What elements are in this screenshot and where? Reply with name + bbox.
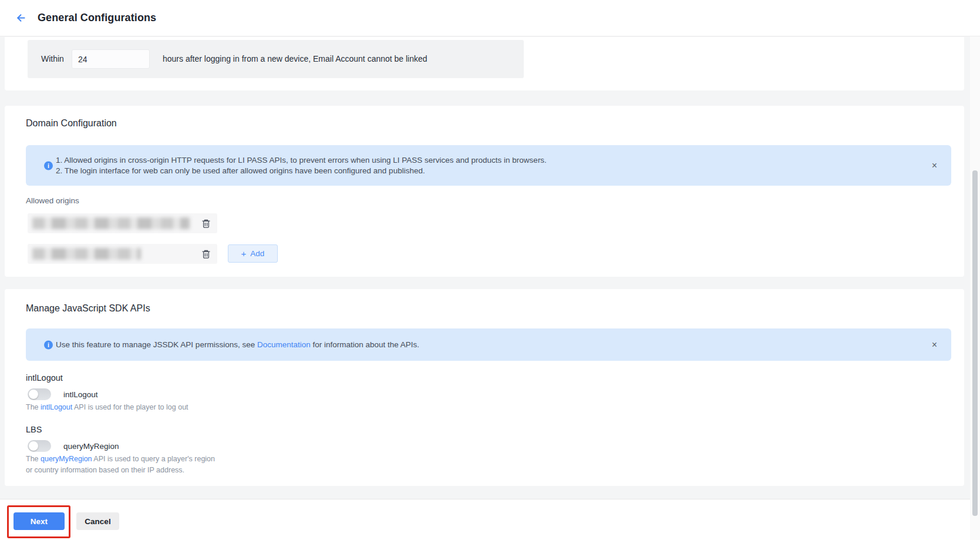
desc-text: The [26, 403, 41, 411]
close-icon[interactable]: × [932, 161, 937, 170]
intllogout-toggle[interactable] [28, 388, 51, 400]
plus-icon: + [241, 249, 247, 258]
origin-input-2[interactable] [28, 244, 217, 264]
desc-text: API is used for the player to log out [72, 403, 188, 411]
desc-text: The [26, 455, 41, 463]
redacted-text [32, 248, 141, 260]
querymyregion-api-link[interactable]: queryMyRegion [41, 455, 92, 463]
jssdk-info-after: for information about the APIs. [311, 340, 419, 349]
intllogout-toggle-label: intlLogout [63, 390, 98, 399]
domain-info-banner: i 1. Allowed origins in cross-origin HTT… [26, 145, 951, 186]
vertical-scrollbar[interactable] [970, 36, 980, 540]
jssdk-info-text: Use this feature to manage JSSDK API per… [56, 340, 419, 350]
group-heading-lbs: LBS [26, 425, 42, 434]
intllogout-api-link[interactable]: intlLogout [41, 403, 72, 411]
device-rule-row: Within hours after logging in from a new… [28, 40, 524, 78]
jssdk-info-before: Use this feature to manage JSSDK API per… [56, 340, 257, 349]
trash-icon [201, 249, 211, 259]
domain-info-line1: 1. Allowed origins in cross-origin HTTP … [56, 155, 547, 166]
jssdk-title: Manage JavaScript SDK APIs [26, 303, 150, 314]
intllogout-toggle-row: intlLogout [28, 388, 98, 400]
page-header: General Configurations [0, 0, 980, 36]
documentation-link[interactable]: Documentation [257, 340, 311, 349]
page-title: General Configurations [38, 12, 156, 24]
domain-info-text: 1. Allowed origins in cross-origin HTTP … [56, 155, 547, 176]
redacted-text [32, 217, 190, 229]
allowed-origins-label: Allowed origins [26, 196, 79, 205]
add-origin-button[interactable]: + Add [228, 244, 278, 263]
add-button-label: Add [250, 249, 264, 258]
hours-input[interactable] [72, 49, 150, 69]
delete-origin-button[interactable] [201, 249, 211, 259]
domain-configuration-title: Domain Configuration [26, 118, 117, 129]
info-icon: i [44, 340, 53, 349]
card-domain-configuration: Domain Configuration i 1. Allowed origin… [5, 106, 964, 277]
info-icon: i [44, 161, 53, 170]
card-device-rule: Within hours after logging in from a new… [5, 37, 964, 90]
querymyregion-toggle-label: queryMyRegion [63, 442, 119, 451]
footer-action-bar: Next Cancel [0, 499, 970, 540]
group-heading-intllogout: intlLogout [26, 373, 63, 383]
domain-info-line2: 2. The login interface for web can only … [56, 166, 547, 176]
origin-input-1[interactable] [28, 213, 217, 233]
back-button[interactable] [11, 8, 31, 28]
next-button[interactable]: Next [14, 512, 65, 530]
trash-icon [201, 219, 211, 229]
delete-origin-button[interactable] [201, 218, 211, 229]
toggle-knob [29, 441, 38, 451]
jssdk-info-banner: i Use this feature to manage JSSDK API p… [26, 328, 951, 361]
intllogout-description: The intlLogout API is used for the playe… [26, 402, 188, 413]
within-label: Within [41, 40, 64, 78]
scrollbar-thumb[interactable] [972, 170, 978, 516]
close-icon[interactable]: × [932, 340, 937, 350]
querymyregion-toggle-row: queryMyRegion [28, 440, 119, 452]
general-configurations-page: General Configurations Within hours afte… [0, 0, 980, 540]
querymyregion-description: The queryMyRegion API is used to query a… [26, 454, 223, 475]
toggle-knob [29, 390, 38, 399]
device-rule-text: hours after logging in from a new device… [163, 40, 427, 78]
cancel-button[interactable]: Cancel [76, 512, 119, 530]
card-jssdk-apis: Manage JavaScript SDK APIs i Use this fe… [5, 289, 964, 486]
arrow-left-icon [15, 12, 26, 24]
querymyregion-toggle[interactable] [28, 440, 51, 452]
